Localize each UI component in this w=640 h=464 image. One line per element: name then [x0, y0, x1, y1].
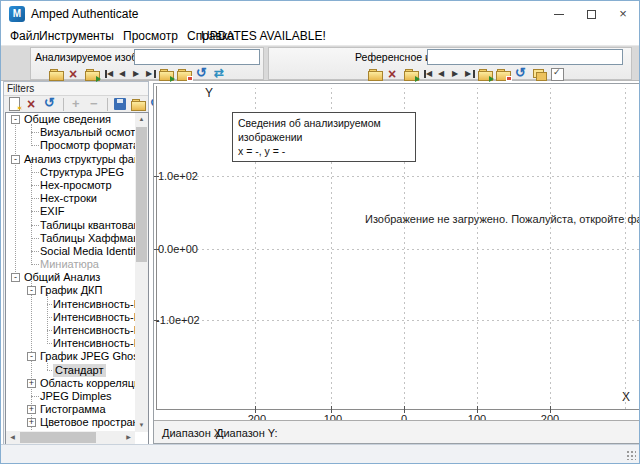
tree-item-exif[interactable]: EXIF	[6, 205, 135, 218]
tree-item-intensity-quantization[interactable]: Интенсивность-Квантование	[6, 311, 135, 324]
nav-prev-icon[interactable]	[117, 67, 128, 81]
tree-item-jpeg-structure[interactable]: Структура JPEG	[6, 166, 135, 179]
tooltip-coords: x = -, y = -	[238, 144, 410, 158]
scroll-left-icon[interactable]: ◀	[6, 431, 19, 444]
tree-item-correlation-area[interactable]: +Область корреляции	[6, 377, 135, 390]
maximize-icon	[587, 10, 596, 19]
undo-icon[interactable]	[514, 67, 529, 81]
tree-item-global-analysis[interactable]: -Общий Анализ	[6, 271, 135, 284]
tree-item-intensity-quantization[interactable]: Интенсивность-Квантование	[6, 337, 135, 350]
nav-first-icon[interactable]	[422, 67, 433, 81]
tree-item-quantization-tables[interactable]: Таблицы квантования JPEG	[6, 219, 135, 232]
tree-item-intensity-quantization[interactable]: Интенсивность-Квантование	[6, 298, 135, 311]
tree-item-hex-strings[interactable]: Hex-строки	[6, 192, 135, 205]
tree-item-social-media-identification[interactable]: Social Media Identification	[6, 245, 135, 258]
close-filter-icon[interactable]	[25, 97, 40, 111]
x-tick-mark	[331, 406, 332, 413]
view-folder-icon[interactable]	[496, 67, 511, 81]
scroll-right-icon[interactable]: ▶	[122, 431, 135, 444]
tree-item-standard[interactable]: Стандарт	[6, 364, 135, 377]
view-folder-icon[interactable]	[177, 67, 192, 81]
resize-grip[interactable]	[626, 450, 636, 460]
tree-item-jpeg-dimples[interactable]: JPEG Dimples	[6, 390, 135, 403]
checkbox-icon[interactable]	[550, 67, 565, 81]
tree-item-thumbnail[interactable]: Миниатюра	[6, 258, 135, 271]
undo-icon[interactable]	[195, 67, 210, 81]
tree-vertical-scrollbar[interactable]: ▲ ▼	[135, 113, 148, 432]
x-tick-mark	[404, 406, 405, 413]
expander-icon[interactable]: -	[11, 273, 20, 282]
nav-next-icon[interactable]	[131, 67, 142, 81]
analyzed-image-input[interactable]	[134, 49, 260, 65]
gridline	[157, 176, 639, 177]
y-tick-label: 1.0e+02	[156, 170, 198, 182]
go-folder-icon[interactable]	[85, 67, 100, 81]
y-tick-label: -1.0e+02	[156, 314, 198, 326]
add-filter-icon[interactable]	[69, 97, 84, 111]
reference-toolbar-icons	[368, 66, 565, 81]
nav-first-icon[interactable]	[103, 67, 114, 81]
scrollbar-thumb[interactable]	[20, 432, 96, 443]
scroll-down-icon[interactable]: ▼	[135, 419, 148, 432]
close-button[interactable]: ×	[607, 1, 639, 27]
x-axis-spine	[156, 409, 640, 410]
nav-next-icon[interactable]	[450, 67, 461, 81]
go-folder-icon[interactable]	[404, 67, 419, 81]
go-folder-icon[interactable]	[478, 67, 493, 81]
tree-item-color-space[interactable]: +Цветовое пространство	[6, 416, 135, 429]
menu-tools[interactable]: Инструменты	[39, 29, 114, 43]
x-tick-mark	[255, 406, 256, 413]
scrollbar-thumb[interactable]	[136, 127, 147, 262]
go-folder-icon[interactable]	[159, 67, 174, 81]
tree-item-jpeg-ghosts-plot[interactable]: -График JPEG Ghosts	[6, 350, 135, 363]
open-folder-icon[interactable]	[368, 67, 383, 81]
tree-item-histogram[interactable]: +Гистограмма	[6, 403, 135, 416]
tree-item-file-format[interactable]: Просмотр формата файла	[6, 139, 135, 152]
filters-panel-title: Filters	[4, 82, 148, 96]
tree-item-huffman-tables[interactable]: Таблицы Хаффмана JPEG	[6, 232, 135, 245]
filters-panel: Filters -Общие сведения Визуальный о	[3, 81, 149, 445]
expander-icon[interactable]: -	[27, 352, 36, 361]
menu-file[interactable]: Файл	[10, 29, 40, 43]
open-filters-icon[interactable]	[131, 97, 146, 111]
expander-icon[interactable]: -	[11, 115, 20, 124]
refresh-icon[interactable]	[213, 67, 228, 81]
tree-connector	[31, 225, 39, 226]
tree-connector	[31, 172, 39, 173]
reference-image-input[interactable]	[427, 49, 623, 65]
remove-filter-icon[interactable]	[87, 97, 102, 111]
tree-connector	[31, 264, 39, 265]
copy-folders-icon[interactable]	[532, 67, 547, 81]
menu-view[interactable]: Просмотр	[123, 29, 178, 43]
expander-icon[interactable]: +	[27, 418, 36, 427]
tree-item-visual-inspection[interactable]: Визуальный осмотр	[6, 126, 135, 139]
new-filter-icon[interactable]	[7, 97, 22, 111]
gridline	[477, 88, 478, 409]
reset-filter-icon[interactable]	[43, 97, 58, 111]
tree-connector	[47, 370, 52, 371]
expander-icon[interactable]: -	[27, 286, 36, 295]
green-arrow-badge	[170, 76, 175, 82]
save-filters-icon[interactable]	[113, 97, 128, 111]
open-folder-icon[interactable]	[49, 67, 64, 81]
tree-horizontal-scrollbar[interactable]: ◀ ▶	[6, 431, 135, 444]
maximize-button[interactable]	[575, 1, 607, 27]
scroll-up-icon[interactable]: ▲	[135, 113, 148, 126]
updates-available-link[interactable]: UPDATES AVAILABLE!	[201, 29, 326, 43]
tree-item-overview[interactable]: -Общие сведения	[6, 113, 135, 126]
nav-last-icon[interactable]	[464, 67, 475, 81]
chart-status-bar: Диапазон X: Диапазон Y:	[154, 420, 640, 444]
expander-icon[interactable]: +	[27, 379, 36, 388]
close-file-icon[interactable]	[67, 67, 82, 81]
expander-icon[interactable]: -	[11, 155, 20, 164]
expander-icon[interactable]: +	[27, 405, 36, 414]
tree-item-intensity-quantization[interactable]: Интенсивность-Квантование	[6, 324, 135, 337]
nav-prev-icon[interactable]	[436, 67, 447, 81]
tree-item-hex-view[interactable]: Hex-просмотр	[6, 179, 135, 192]
nav-last-icon[interactable]	[145, 67, 156, 81]
tree-item-file-structure[interactable]: -Анализ структуры файла	[6, 153, 135, 166]
minimize-icon	[554, 14, 564, 15]
tree-item-dct-plot[interactable]: -График ДКП	[6, 284, 135, 297]
minimize-button[interactable]	[543, 1, 575, 27]
close-file-icon[interactable]	[386, 67, 401, 81]
